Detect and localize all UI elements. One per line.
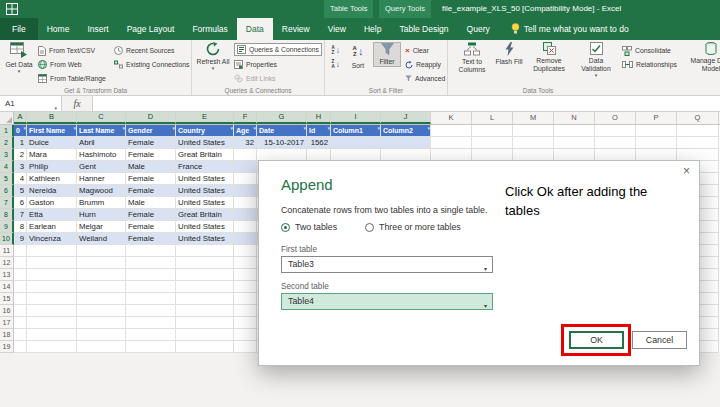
cell-D2[interactable]: Female: [126, 137, 176, 149]
cell-A6[interactable]: 5: [14, 185, 27, 197]
cell-C8[interactable]: Hurn: [77, 209, 126, 221]
cell-B3[interactable]: Mara: [27, 149, 77, 161]
cell-E5[interactable]: United States: [176, 173, 234, 185]
cell-C10[interactable]: Weiland: [77, 233, 126, 245]
cell-A16[interactable]: [14, 305, 27, 317]
column-header-I[interactable]: I: [331, 112, 381, 124]
queries-connections-button[interactable]: Queries & Connections: [234, 43, 322, 56]
row-header-11[interactable]: 11: [0, 245, 14, 257]
cell-B15[interactable]: [27, 293, 77, 305]
second-table-select[interactable]: Table4 ▾: [281, 293, 493, 310]
cell-P1[interactable]: [636, 125, 677, 137]
cell-F3[interactable]: [234, 149, 257, 161]
cell-G1[interactable]: Date▾: [257, 125, 307, 137]
cell-B7[interactable]: Gaston: [27, 197, 77, 209]
cell-D13[interactable]: [126, 269, 176, 281]
cell-C11[interactable]: [77, 245, 126, 257]
cell-E16[interactable]: [176, 305, 234, 317]
sort-ascending-button[interactable]: AZ ↓: [327, 44, 344, 57]
tab-formulas[interactable]: Formulas: [183, 18, 236, 40]
cell-F4[interactable]: [234, 161, 257, 173]
cell-C19[interactable]: [77, 341, 126, 353]
cell-D17[interactable]: [126, 317, 176, 329]
cell-I1[interactable]: Column1▾: [331, 125, 381, 137]
sort-button[interactable]: AZ ↓ Sort: [345, 42, 371, 70]
cell-A1[interactable]: 0▾: [14, 125, 27, 137]
cell-B8[interactable]: Etta: [27, 209, 77, 221]
insert-function-button[interactable]: fx: [62, 96, 92, 111]
remove-duplicates-button[interactable]: Remove Duplicates: [526, 42, 572, 73]
cell-D4[interactable]: Male: [126, 161, 176, 173]
tab-help[interactable]: Help: [355, 18, 390, 40]
cell-D10[interactable]: Female: [126, 233, 176, 245]
flash-fill-button[interactable]: Flash Fill: [494, 42, 524, 66]
cell-C18[interactable]: [77, 329, 126, 341]
row-header-16[interactable]: 16: [0, 305, 14, 317]
column-header-F[interactable]: F: [234, 112, 257, 124]
cell-N1[interactable]: [554, 125, 595, 137]
tab-view[interactable]: View: [319, 18, 355, 40]
tab-page-layout[interactable]: Page Layout: [118, 18, 184, 40]
cell-F7[interactable]: [234, 197, 257, 209]
from-table-range-button[interactable]: From Table/Range: [38, 72, 106, 85]
cell-B10[interactable]: Vincenza: [27, 233, 77, 245]
cell-A9[interactable]: 8: [14, 221, 27, 233]
from-web-button[interactable]: From Web: [38, 58, 82, 71]
cell-L1[interactable]: [472, 125, 513, 137]
row-header-10[interactable]: 10: [0, 233, 14, 245]
cell-F19[interactable]: [234, 341, 257, 353]
column-header-B[interactable]: B: [27, 112, 77, 124]
cell-C16[interactable]: [77, 305, 126, 317]
cell-D12[interactable]: [126, 257, 176, 269]
cell-E9[interactable]: United States: [176, 221, 234, 233]
cell-A4[interactable]: 3: [14, 161, 27, 173]
column-header-A[interactable]: A: [14, 112, 27, 124]
tab-file[interactable]: File: [0, 18, 38, 40]
cell-D8[interactable]: Female: [126, 209, 176, 221]
data-validation-button[interactable]: Data Validation ▾: [574, 42, 618, 78]
cell-E13[interactable]: [176, 269, 234, 281]
filter-arrow-icon[interactable]: ▾: [427, 126, 430, 131]
cell-C1[interactable]: Last Name▾: [77, 125, 126, 137]
row-header-7[interactable]: 7: [0, 197, 14, 209]
cell-B16[interactable]: [27, 305, 77, 317]
cell-P2[interactable]: [636, 137, 677, 149]
cell-A15[interactable]: [14, 293, 27, 305]
cell-B9[interactable]: Earlean: [27, 221, 77, 233]
row-header-2[interactable]: 2: [0, 137, 14, 149]
cell-O1[interactable]: [595, 125, 636, 137]
column-header-Q[interactable]: Q: [677, 112, 719, 124]
cell-B19[interactable]: [27, 341, 77, 353]
cell-D1[interactable]: Gender▾: [126, 125, 176, 137]
cell-K2[interactable]: [431, 137, 472, 149]
cell-F5[interactable]: [234, 173, 257, 185]
cell-J2[interactable]: [381, 137, 431, 149]
tab-home[interactable]: Home: [38, 18, 79, 40]
cell-F15[interactable]: [234, 293, 257, 305]
row-header-17[interactable]: 17: [0, 317, 14, 329]
cell-F12[interactable]: [234, 257, 257, 269]
cell-C6[interactable]: Magwood: [77, 185, 126, 197]
filter-arrow-icon[interactable]: ▾: [230, 126, 233, 131]
tab-insert[interactable]: Insert: [78, 18, 117, 40]
row-header-1[interactable]: 1: [0, 125, 14, 137]
from-text-csv-button[interactable]: From Text/CSV: [38, 44, 95, 57]
row-header-19[interactable]: 19: [0, 341, 14, 353]
cell-F14[interactable]: [234, 281, 257, 293]
existing-connections-button[interactable]: Existing Connections: [114, 58, 189, 71]
cell-C13[interactable]: [77, 269, 126, 281]
recent-sources-button[interactable]: Recent Sources: [114, 44, 174, 57]
filter-arrow-icon[interactable]: ▾: [172, 126, 175, 131]
tell-me-box[interactable]: Tell me what you want to do: [511, 18, 629, 40]
refresh-all-button[interactable]: Refresh All ▾: [196, 42, 230, 71]
column-header-C[interactable]: C: [77, 112, 126, 124]
cell-E12[interactable]: [176, 257, 234, 269]
row-header-18[interactable]: 18: [0, 329, 14, 341]
cell-A13[interactable]: [14, 269, 27, 281]
cell-D19[interactable]: [126, 341, 176, 353]
reapply-button[interactable]: Reapply: [405, 58, 441, 71]
cell-C14[interactable]: [77, 281, 126, 293]
cell-F6[interactable]: [234, 185, 257, 197]
close-icon[interactable]: ×: [683, 164, 690, 178]
cell-F11[interactable]: [234, 245, 257, 257]
